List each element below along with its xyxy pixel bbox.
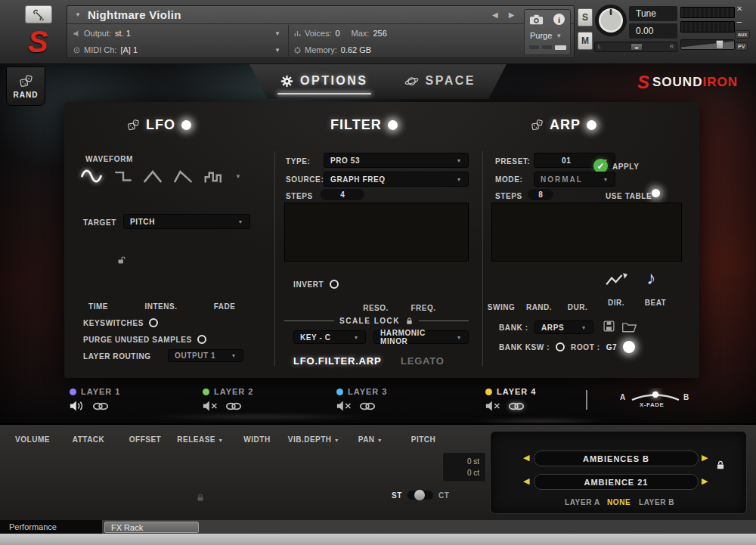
waveform-more-caret[interactable]: ▼ — [235, 173, 241, 180]
arp-power-toggle[interactable] — [587, 120, 596, 130]
layer-routing-dropdown[interactable]: OUTPUT 1▼ — [168, 349, 243, 362]
ambience-patch-prev-arrow[interactable]: ◀ — [523, 477, 529, 485]
voices-value: 0 — [335, 29, 339, 38]
lfo-dice-icon[interactable] — [127, 119, 140, 132]
filter-steps-value[interactable]: 4 — [321, 189, 364, 200]
pv-button[interactable]: PV — [735, 42, 748, 51]
key-dropdown[interactable]: KEY - C▼ — [293, 330, 366, 344]
waveform-saw-button[interactable] — [173, 169, 193, 184]
midi-row[interactable]: MIDI Ch: [A] 1 ▼ — [73, 42, 284, 58]
mute-button[interactable]: M — [578, 32, 593, 50]
tab-fx-rack[interactable]: FX Rack — [104, 522, 199, 533]
bank-dropdown[interactable]: ARPS▼ — [534, 320, 593, 334]
info-icon[interactable]: i — [553, 14, 565, 25]
snapshot-camera-icon[interactable] — [529, 14, 544, 25]
lfo-power-toggle[interactable] — [181, 120, 191, 130]
minimize-button[interactable]: − — [736, 17, 742, 28]
filter-power-toggle[interactable] — [388, 120, 398, 130]
midi-label: MIDI Ch: — [84, 45, 116, 54]
brand-iron: IRON — [702, 75, 738, 89]
bank-save-icon[interactable] — [603, 320, 615, 333]
release-lock-icon[interactable] — [196, 493, 205, 502]
lfo-target-dropdown[interactable]: PITCH▼ — [123, 214, 250, 229]
volume-slider[interactable] — [680, 39, 735, 50]
layer-4-selector[interactable]: LAYER 4 — [485, 387, 536, 411]
layer-3-mute-icon[interactable] — [336, 401, 352, 411]
tab-performance[interactable]: Performance — [0, 520, 102, 534]
edit-wrench-button[interactable] — [25, 5, 52, 23]
next-instrument-arrow[interactable]: ▶ — [509, 11, 515, 19]
arp-beat-icon[interactable]: ♪ — [646, 268, 655, 289]
lfo-time-knob[interactable] — [81, 266, 116, 301]
tab-options[interactable]: OPTIONS — [280, 74, 368, 89]
bank-ksw-toggle[interactable] — [556, 342, 565, 351]
aux-button[interactable]: aux — [735, 30, 750, 39]
prev-instrument-arrow[interactable]: ◀ — [492, 11, 498, 19]
ambience-patch-selector[interactable]: AMBIENCE 21 — [534, 474, 699, 490]
page-legato[interactable]: LEGATO — [401, 355, 445, 367]
st-ct-toggle-handle[interactable] — [414, 490, 425, 500]
solo-button[interactable]: S — [578, 8, 593, 26]
layer-2-selector[interactable]: LAYER 2 — [203, 387, 253, 411]
ambience-layer-b-button[interactable]: LAYER B — [639, 498, 674, 506]
vibdepth-caret[interactable]: ▼ — [334, 438, 339, 443]
layer-1-link-icon[interactable] — [92, 401, 109, 411]
root-keyswitch-dot[interactable] — [623, 341, 635, 353]
arp-steps-value[interactable]: 8 — [528, 189, 553, 200]
layer-1-speaker-icon[interactable] — [70, 401, 85, 411]
invert-toggle[interactable] — [330, 280, 339, 289]
waveform-triangle-button[interactable] — [143, 169, 163, 184]
ambience-group-prev-arrow[interactable]: ◀ — [523, 454, 529, 462]
ambience-lock-icon[interactable] — [715, 460, 726, 470]
tab-space[interactable]: SPACE — [404, 74, 476, 90]
tune-knob[interactable] — [594, 4, 627, 37]
randomize-button[interactable]: RAND — [6, 67, 45, 106]
arp-direction-icon[interactable] — [605, 272, 627, 289]
layer-4-mute-icon[interactable] — [485, 401, 501, 411]
ambience-layer-a-button[interactable]: LAYER A — [565, 498, 600, 506]
filter-source-dropdown[interactable]: GRAPH FREQ▼ — [324, 172, 469, 187]
midi-caret[interactable]: ▼ — [274, 47, 280, 54]
key-value: KEY - C — [300, 333, 331, 342]
scale-dropdown[interactable]: HARMONIC MINOR▼ — [373, 330, 469, 344]
waveform-square-button[interactable] — [114, 169, 132, 184]
use-table-toggle[interactable] — [652, 189, 660, 197]
pan-slider[interactable]: L R ◂▸ — [594, 42, 677, 52]
arp-dice-icon[interactable] — [531, 119, 544, 132]
purge-unused-toggle[interactable] — [197, 335, 206, 344]
filter-type-dropdown[interactable]: PRO 53▼ — [324, 153, 469, 168]
layer-3-selector[interactable]: LAYER 3 — [336, 387, 387, 411]
layer-3-link-icon[interactable] — [359, 401, 376, 411]
close-button[interactable]: ✕ — [736, 5, 742, 13]
xfade-slider[interactable] — [630, 388, 681, 403]
time-lock-icon[interactable] — [117, 255, 126, 265]
output-caret[interactable]: ▼ — [274, 30, 280, 37]
tune-value-box[interactable]: 0.00 — [629, 23, 677, 39]
layer-2-link-icon[interactable] — [225, 401, 242, 411]
st-ct-toggle[interactable] — [407, 491, 433, 500]
keyswitches-toggle[interactable] — [149, 318, 158, 327]
ambience-group-next-arrow[interactable]: ▶ — [702, 454, 708, 462]
scale-lock-icon[interactable] — [405, 317, 414, 325]
bank-load-folder-icon[interactable] — [621, 321, 637, 333]
waveform-sine-button[interactable] — [79, 169, 104, 184]
offset-knob-label: OFFSET — [118, 435, 172, 444]
pan-caret[interactable]: ▼ — [377, 438, 383, 443]
purge-menu[interactable]: Purge ▼ — [530, 31, 562, 40]
gear-icon — [280, 75, 293, 88]
pan-slider-handle[interactable]: ◂▸ — [631, 43, 643, 51]
instrument-collapse-caret[interactable]: ▼ — [75, 11, 81, 18]
layer-2-mute-icon[interactable] — [203, 401, 218, 411]
layer-1-selector[interactable]: LAYER 1 — [70, 387, 120, 411]
keyswitches-label: KEYSWITCHES — [83, 319, 144, 327]
release-caret[interactable]: ▼ — [218, 438, 223, 443]
waveform-random-button[interactable] — [203, 169, 225, 184]
layer-4-link-icon[interactable] — [508, 401, 525, 411]
arp-mode-dropdown[interactable]: NORMAL▼ — [534, 172, 615, 187]
volume-slider-handle[interactable] — [716, 40, 723, 49]
ambience-none-button[interactable]: NONE — [607, 498, 631, 506]
ambience-group-selector[interactable]: AMBIENCES B — [534, 451, 699, 466]
page-lfo-filter-arp[interactable]: LFO.FILTER.ARP — [293, 355, 381, 367]
output-row[interactable]: Output: st. 1 ▼ — [73, 25, 284, 42]
ambience-patch-next-arrow[interactable]: ▶ — [702, 477, 708, 485]
